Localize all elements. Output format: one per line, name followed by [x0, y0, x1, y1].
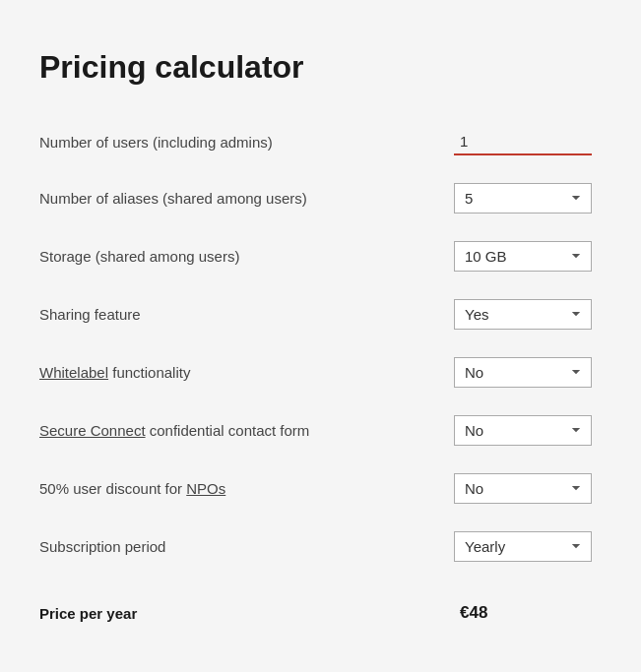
price-value: €48	[454, 603, 592, 623]
label-sharing: Sharing feature	[39, 306, 454, 323]
row-users: Number of users (including admins)	[39, 115, 592, 169]
price-row: Price per year €48	[39, 585, 592, 633]
label-storage: Storage (shared among users)	[39, 248, 454, 265]
storage-select[interactable]: 1 GB 5 GB 10 GB 20 GB 50 GB 100 GB	[454, 241, 592, 272]
whitelabel-link[interactable]: Whitelabel	[39, 364, 108, 381]
row-npo-discount: 50% user discount for NPOs Yes No	[39, 459, 592, 518]
npo-discount-select[interactable]: Yes No	[454, 473, 592, 504]
label-aliases: Number of aliases (shared among users)	[39, 190, 454, 207]
control-storage: 1 GB 5 GB 10 GB 20 GB 50 GB 100 GB	[454, 241, 592, 272]
whitelabel-select[interactable]: Yes No	[454, 357, 592, 388]
secure-connect-select[interactable]: Yes No	[454, 415, 592, 446]
users-input[interactable]	[454, 129, 592, 155]
control-aliases: 1 5 10 20 50	[454, 183, 592, 214]
label-npo-discount: 50% user discount for NPOs	[39, 480, 454, 497]
npo-link[interactable]: NPOs	[186, 480, 225, 497]
row-sharing: Sharing feature Yes No	[39, 285, 592, 343]
control-secure-connect: Yes No	[454, 415, 592, 446]
control-whitelabel: Yes No	[454, 357, 592, 388]
secure-connect-link[interactable]: Secure Connect	[39, 422, 146, 439]
subscription-period-select[interactable]: Monthly Yearly	[454, 531, 592, 562]
aliases-select[interactable]: 1 5 10 20 50	[454, 183, 592, 214]
row-secure-connect: Secure Connect confidential contact form…	[39, 401, 592, 459]
page-title: Pricing calculator	[39, 49, 592, 86]
price-label: Price per year	[39, 605, 137, 622]
calculator-container: Pricing calculator Number of users (incl…	[20, 20, 621, 672]
control-users	[454, 129, 592, 155]
control-sharing: Yes No	[454, 299, 592, 330]
sharing-select[interactable]: Yes No	[454, 299, 592, 330]
label-users: Number of users (including admins)	[39, 134, 454, 151]
label-subscription-period: Subscription period	[39, 538, 454, 555]
row-aliases: Number of aliases (shared among users) 1…	[39, 169, 592, 227]
control-npo-discount: Yes No	[454, 473, 592, 504]
label-secure-connect: Secure Connect confidential contact form	[39, 422, 454, 439]
row-subscription-period: Subscription period Monthly Yearly	[39, 518, 592, 576]
row-whitelabel: Whitelabel functionality Yes No	[39, 343, 592, 401]
control-subscription-period: Monthly Yearly	[454, 531, 592, 562]
row-storage: Storage (shared among users) 1 GB 5 GB 1…	[39, 227, 592, 285]
label-whitelabel: Whitelabel functionality	[39, 364, 454, 381]
